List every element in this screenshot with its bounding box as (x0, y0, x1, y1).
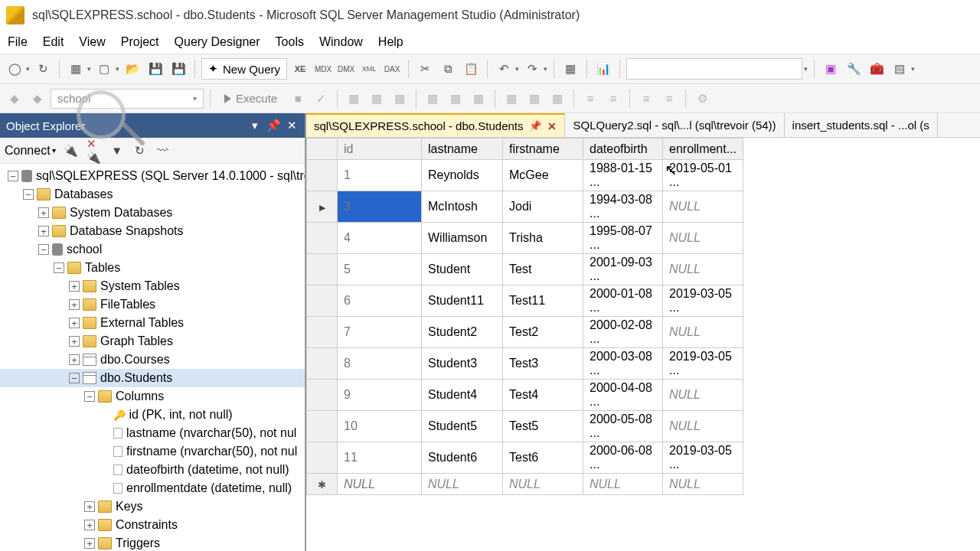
menu-view[interactable]: View (79, 35, 105, 49)
tab-sqlquery2[interactable]: SQLQuery2.sql - sql\...l (sql\trevoir (5… (565, 113, 784, 137)
xmla-icon[interactable]: XML (359, 59, 379, 79)
tree-databases[interactable]: −Databases (0, 185, 305, 204)
column-header-enroll[interactable]: enrollment... (663, 139, 743, 160)
cell-firstname[interactable]: Test2 (503, 317, 583, 348)
execute-button[interactable]: Execute (217, 88, 285, 109)
tree-col-lastname[interactable]: lastname (nvarchar(50), not nul (0, 424, 305, 442)
menu-window[interactable]: Window (319, 35, 363, 49)
cell-dob[interactable]: 1994-03-08 ... (583, 191, 663, 223)
cell-firstname[interactable]: Test4 (503, 380, 583, 411)
dropdown-icon[interactable]: ▾ (911, 65, 915, 73)
new-row[interactable]: NULLNULLNULLNULLNULL (307, 474, 743, 495)
tree-file-tables[interactable]: +FileTables (0, 295, 305, 314)
save-icon[interactable]: 💾 (145, 59, 165, 79)
open-folder-icon[interactable]: 📂 (122, 59, 142, 79)
cell-dob[interactable]: 2000-05-08 ... (583, 411, 663, 442)
new-query-button[interactable]: ✦ New Query (201, 58, 287, 80)
dropdown-icon[interactable]: ▾ (515, 65, 519, 73)
cell-lastname[interactable]: Student5 (422, 411, 503, 442)
cell-enroll[interactable]: 2019-03-05 ... (663, 285, 743, 317)
database-selector[interactable]: school ▾ (51, 89, 204, 109)
dropdown-icon[interactable]: ▾ (544, 65, 547, 73)
disconnect-icon[interactable]: ✕🔌 (87, 143, 102, 158)
tree-col-enroll[interactable]: enrollmentdate (datetime, null) (0, 479, 305, 497)
cell-enroll[interactable]: 2019-03-05 ... (663, 348, 743, 380)
open-icon[interactable]: ▢ (94, 59, 114, 79)
cell-firstname[interactable]: Trisha (503, 223, 583, 254)
close-icon[interactable]: ✕ (285, 119, 299, 132)
cell-id[interactable]: 6 (338, 285, 422, 317)
cell-dob[interactable]: 2001-09-03 ... (583, 254, 663, 285)
table-row[interactable]: 10Student5Test52000-05-08 ...NULL (307, 411, 743, 442)
tree-dbo-courses[interactable]: +dbo.Courses (0, 350, 305, 369)
activity-icon[interactable]: 〰 (155, 143, 171, 158)
cell-enroll[interactable]: NULL (663, 317, 743, 348)
tool-icon[interactable]: ▣ (821, 59, 841, 79)
cell-dob[interactable]: 2000-04-08 ... (583, 380, 663, 411)
table-row[interactable]: 1ReynoldsMcGee1988-01-15 ...2019-05-01 .… (307, 160, 743, 191)
cell-null[interactable]: NULL (422, 474, 503, 495)
table-row[interactable]: 8Student3Test32000-03-08 ...2019-03-05 .… (307, 348, 743, 380)
mdx-icon[interactable]: MDX (313, 59, 333, 79)
dmx-icon[interactable]: DMX (336, 59, 356, 79)
tree-database-snapshots[interactable]: +Database Snapshots (0, 222, 305, 240)
cell-lastname[interactable]: Student (422, 254, 503, 285)
row-header[interactable] (307, 160, 338, 191)
close-icon[interactable]: ✕ (547, 120, 557, 132)
students-data-grid[interactable]: id lastname firstname dateofbirth enroll… (306, 138, 743, 495)
cell-dob[interactable]: 1995-08-07 ... (583, 223, 663, 254)
menu-project[interactable]: Project (121, 35, 159, 49)
wrench-icon[interactable]: 🔧 (844, 59, 864, 79)
column-header-id[interactable]: id (338, 139, 422, 160)
row-header[interactable] (307, 380, 338, 411)
cell-dob[interactable]: 2000-06-08 ... (583, 442, 663, 474)
row-header-corner[interactable] (307, 139, 338, 160)
tree-col-firstname[interactable]: firstname (nvarchar(50), not nul (0, 442, 305, 461)
row-header[interactable] (307, 348, 338, 380)
menu-help[interactable]: Help (378, 35, 403, 49)
tree-system-databases[interactable]: +System Databases (0, 204, 305, 222)
tree-school-db[interactable]: −school (0, 240, 305, 259)
cell-id[interactable]: 10 (338, 411, 422, 442)
cell-lastname[interactable]: Williamson (422, 223, 503, 254)
table-row[interactable]: 6Student11Test112000-01-08 ...2019-03-05… (307, 285, 743, 317)
cell-dob[interactable]: 2000-03-08 ... (583, 348, 663, 380)
row-header[interactable] (307, 254, 338, 285)
tree-col-id[interactable]: 🔑 id (PK, int, not null) (0, 406, 305, 424)
row-header[interactable] (307, 191, 338, 223)
cell-enroll[interactable]: NULL (663, 380, 743, 411)
row-header[interactable] (307, 411, 338, 442)
tree-triggers[interactable]: +Triggers (0, 534, 305, 551)
menu-query-designer[interactable]: Query Designer (175, 35, 260, 49)
dropdown-icon[interactable]: ▾ (26, 65, 30, 73)
save-all-icon[interactable]: 💾 (168, 59, 188, 79)
cell-null[interactable]: NULL (583, 474, 663, 495)
connect-server-icon[interactable]: 🔌 (64, 143, 79, 158)
row-header[interactable] (307, 317, 338, 348)
cell-id[interactable]: 3 (338, 191, 422, 223)
connect-button[interactable]: Connect ▾ (5, 144, 56, 158)
tree-col-dob[interactable]: dateofbirth (datetime, not null) (0, 461, 305, 479)
cell-enroll[interactable]: NULL (663, 411, 743, 442)
cell-id[interactable]: 5 (338, 254, 422, 285)
xe-icon[interactable]: XE (290, 59, 310, 79)
cell-id[interactable]: 1 (338, 160, 422, 191)
dax-icon[interactable]: DAX (382, 59, 402, 79)
nav-forward-icon[interactable]: ↻ (33, 59, 53, 79)
cell-enroll[interactable]: 2019-03-05 ... (663, 442, 743, 474)
dropdown-icon[interactable]: ▾ (248, 119, 262, 132)
cell-firstname[interactable]: Test3 (503, 348, 583, 380)
cell-lastname[interactable]: McIntosh (422, 191, 503, 223)
column-header-lastname[interactable]: lastname (422, 139, 503, 160)
cell-firstname[interactable]: McGee (503, 160, 583, 191)
cell-id[interactable]: 9 (338, 380, 422, 411)
cell-firstname[interactable]: Test6 (503, 442, 583, 474)
tree-graph-tables[interactable]: +Graph Tables (0, 332, 305, 350)
new-item-icon[interactable]: ▦ (66, 59, 86, 79)
cell-enroll[interactable]: NULL (663, 254, 743, 285)
copy-icon[interactable]: ⧉ (438, 59, 458, 79)
tree-columns[interactable]: −Columns (0, 387, 305, 406)
tree-tables[interactable]: −Tables (0, 259, 305, 277)
cell-firstname[interactable]: Test5 (503, 411, 583, 442)
cell-id[interactable]: 11 (338, 442, 422, 474)
